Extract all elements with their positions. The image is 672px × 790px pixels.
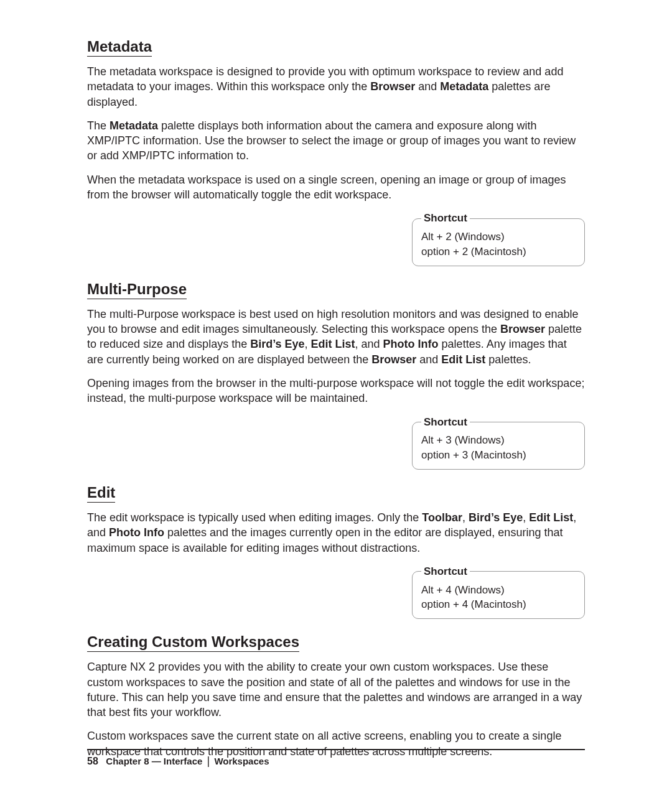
paragraph: The multi-Purpose workspace is best used… [87,307,585,367]
page-footer: 58 Chapter 8 — Interface | Workspaces [87,749,585,768]
section-edit: Edit The edit workspace is typically use… [87,483,585,619]
shortcut-label: Shortcut [421,211,470,226]
paragraph: Opening images from the browser in the m… [87,376,585,406]
paragraph: The Metadata palette displays both infor… [87,118,585,164]
page-number: 58 [87,756,98,766]
document-page: Metadata The metadata workspace is desig… [0,0,672,790]
shortcut-line: option + 4 (Macintosh) [421,597,576,612]
heading-multipurpose: Multi-Purpose [87,280,187,299]
section-multipurpose: Multi-Purpose The multi-Purpose workspac… [87,280,585,470]
shortcut-box-metadata: Shortcut Alt + 2 (Windows) option + 2 (M… [412,211,585,266]
paragraph: Capture NX 2 provides you with the abili… [87,659,585,720]
section-metadata: Metadata The metadata workspace is desig… [87,37,585,266]
section-custom-workspaces: Creating Custom Workspaces Capture NX 2 … [87,633,585,759]
paragraph: When the metadata workspace is used on a… [87,172,585,203]
paragraph: The metadata workspace is designed to pr… [87,64,585,109]
shortcut-line: option + 2 (Macintosh) [421,244,576,259]
footer-subsection: Workspaces [214,756,269,766]
paragraph: The edit workspace is typically used whe… [87,510,585,555]
shortcut-line: Alt + 2 (Windows) [421,230,576,244]
shortcut-line: Alt + 3 (Windows) [421,433,576,448]
heading-custom-workspaces: Creating Custom Workspaces [87,633,299,652]
shortcut-label: Shortcut [421,564,470,579]
footer-chapter: Chapter 8 — Interface [106,756,202,766]
shortcut-box-multipurpose: Shortcut Alt + 3 (Windows) option + 3 (M… [412,415,585,470]
shortcut-line: Alt + 4 (Windows) [421,583,576,598]
shortcut-box-edit: Shortcut Alt + 4 (Windows) option + 4 (M… [412,564,585,619]
shortcut-label: Shortcut [421,415,470,430]
footer-rule [87,749,585,750]
footer-line: 58 Chapter 8 — Interface | Workspaces [87,754,585,768]
shortcut-line: option + 3 (Macintosh) [421,448,576,463]
heading-metadata: Metadata [87,37,152,57]
heading-edit: Edit [87,483,115,503]
